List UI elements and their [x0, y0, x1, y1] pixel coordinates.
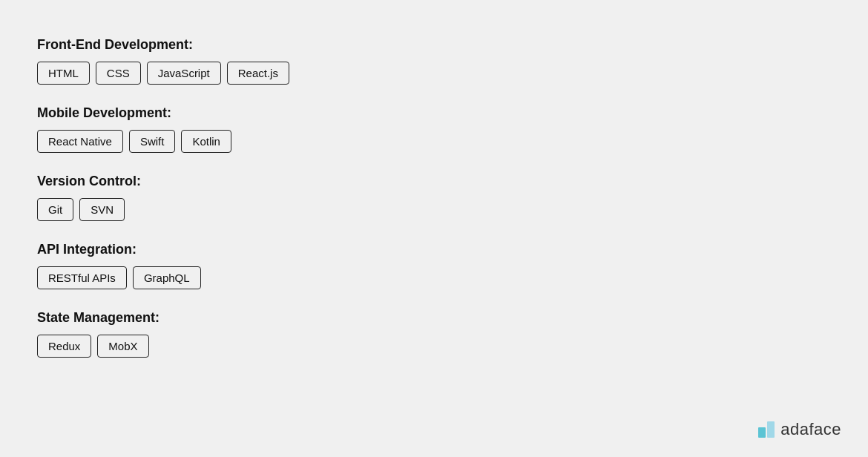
- section-title-front-end: Front-End Development:: [37, 37, 831, 53]
- tag-restful-apis: RESTful APIs: [37, 266, 127, 289]
- logo-area: adaface: [758, 420, 841, 439]
- tag-graphql: GraphQL: [133, 266, 201, 289]
- tag-react-js: React.js: [227, 62, 289, 85]
- tag-html: HTML: [37, 62, 90, 85]
- section-title-state: State Management:: [37, 310, 831, 326]
- tags-api: RESTful APIsGraphQL: [37, 266, 831, 289]
- tags-mobile: React NativeSwiftKotlin: [37, 130, 831, 153]
- section-front-end: Front-End Development:HTMLCSSJavaScriptR…: [37, 37, 831, 85]
- tag-mobx: MobX: [97, 335, 148, 358]
- tag-redux: Redux: [37, 335, 91, 358]
- section-title-version-control: Version Control:: [37, 174, 831, 189]
- section-version-control: Version Control:GitSVN: [37, 174, 831, 221]
- tag-javascript: JavaScript: [147, 62, 221, 85]
- section-api: API Integration:RESTful APIsGraphQL: [37, 242, 831, 289]
- tag-css: CSS: [96, 62, 141, 85]
- svg-rect-1: [767, 421, 775, 438]
- tag-kotlin: Kotlin: [181, 130, 231, 153]
- tag-react-native: React Native: [37, 130, 123, 153]
- tags-state: ReduxMobX: [37, 335, 831, 358]
- tag-git: Git: [37, 198, 73, 221]
- tag-svn: SVN: [79, 198, 125, 221]
- tags-version-control: GitSVN: [37, 198, 831, 221]
- section-title-api: API Integration:: [37, 242, 831, 257]
- logo-text: adaface: [780, 420, 841, 439]
- section-title-mobile: Mobile Development:: [37, 105, 831, 121]
- main-content: Front-End Development:HTMLCSSJavaScriptR…: [0, 0, 868, 415]
- section-state: State Management:ReduxMobX: [37, 310, 831, 358]
- tags-front-end: HTMLCSSJavaScriptReact.js: [37, 62, 831, 85]
- svg-rect-0: [758, 427, 766, 438]
- adaface-logo-icon: [758, 421, 775, 438]
- section-mobile: Mobile Development:React NativeSwiftKotl…: [37, 105, 831, 153]
- tag-swift: Swift: [129, 130, 176, 153]
